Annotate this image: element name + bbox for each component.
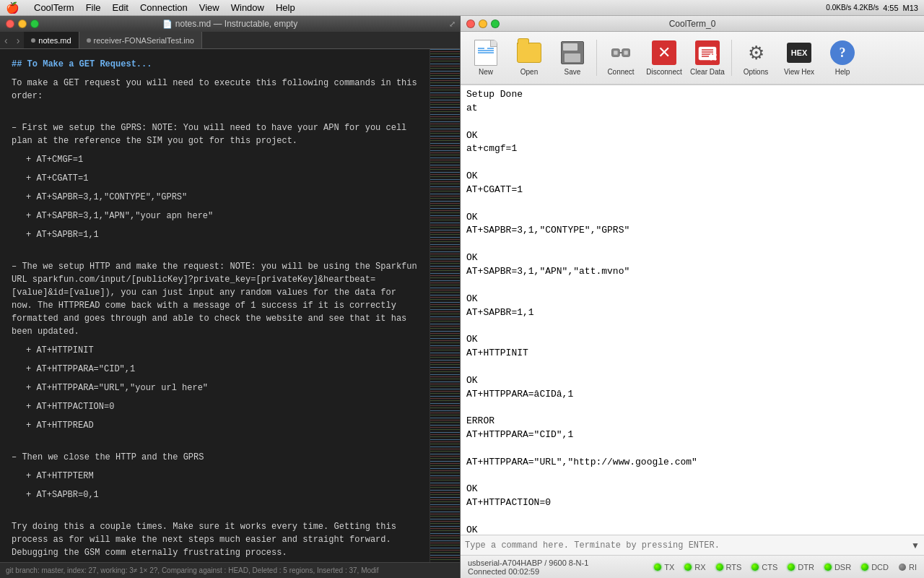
dcd-label: DCD [871,563,889,571]
terminal-output: Setup Done at OK at+cmgf=1 OK AT+CGATT=1… [461,85,924,535]
terminal-line [466,238,918,251]
editor-expand-button[interactable]: ⤢ [449,20,456,29]
cleardata-x-icon [695,40,720,65]
open-label: Open [520,68,538,76]
coolterm-minimize-button[interactable] [479,20,487,28]
new-doc-icon [474,40,497,66]
tab-notes-md[interactable]: notes.md [24,32,79,48]
editor-cmd-sapbr-close: + AT+SAPBR=0,1 [26,488,418,501]
dtr-label: DTR [798,563,814,571]
terminal-line [466,510,918,524]
options-icon: ⚙ [743,40,769,66]
tab-receiver[interactable]: receiver-FONASerialTest.ino [79,32,202,48]
options-button[interactable]: ⚙ Options [735,35,777,81]
editor-cmd-cgatt: + AT+CGATT=1 [26,172,418,185]
editor-cmd-httpread: + AT+HTTPREAD [26,419,418,432]
indicator-ri: RI [899,563,917,571]
editor-cmd-sapbr2: + AT+SAPBR=3,1,"APN","your apn here" [26,210,418,223]
toolbar-separator-2 [731,40,732,76]
dcd-led [861,564,868,571]
coolterm-close-button[interactable] [466,20,475,28]
terminal-line: AT+SAPBR=1,1 [466,306,918,320]
editor-tabs: ‹ › notes.md receiver-FONASerialTest.ino [0,32,460,49]
editor-section2-header: – The we setup HTTP and make the request… [12,260,418,338]
svg-rect-4 [624,51,627,54]
apple-menu[interactable]: 🍎 [6,1,19,14]
coolterm-titlebar: CoolTerm_0 [461,16,924,32]
menubar-right: 0.0KB/s 4.2KB/s 4:55 M13 [826,4,918,12]
editor-statusbar: git branch: master, index: 27, working: … [0,562,460,578]
connect-icon [608,40,634,66]
disconnect-button[interactable]: ✕ Disconnect [643,35,685,81]
editor-footer: Try doing this a couple times. Make sure… [12,520,418,559]
minimap-content [430,49,460,562]
open-button[interactable]: Open [508,35,550,81]
tab-dot [31,38,35,43]
terminal-line: ERROR [466,415,918,428]
editor-tab-next[interactable]: › [12,32,25,48]
menu-connection[interactable]: Connection [134,2,193,13]
viewhex-label: View Hex [784,68,814,76]
cleardata-button[interactable]: Clear Data [687,35,728,81]
coolterm-maximize-button[interactable] [491,20,500,28]
indicator-rts: RTS [716,563,742,571]
new-button[interactable]: New [465,35,507,81]
editor-close-button[interactable] [6,20,14,28]
minimap [430,49,460,562]
new-icon [473,40,499,66]
terminal-line: OK [466,293,918,306]
svg-rect-3 [614,51,617,54]
terminal-line: AT+SAPBR=3,1,"APN","att.mvno" [466,265,918,279]
coolterm-panel: CoolTerm_0 New Open [461,16,924,578]
help-label: Help [835,68,850,76]
editor-cmd-httpaction: + AT+HTTPACTION=0 [26,400,418,413]
editor-tab-prev[interactable]: ‹ [0,32,12,48]
terminal-line [466,197,918,211]
editor-maximize-button[interactable] [30,20,39,28]
rx-led [684,564,692,571]
connect-button[interactable]: Connect [600,35,642,81]
rx-label: RX [694,563,705,571]
editor-title: 📄 notes.md — Instructable, empty [162,19,297,29]
question-mark-icon: ? [830,40,855,65]
editor-cmd-sapbr1: + AT+SAPBR=3,1,"CONTYPE","GPRS" [26,191,418,204]
editor-heading: ## To Make a GET Request... [12,58,418,71]
tx-label: TX [664,563,674,571]
editor-minimize-button[interactable] [18,20,27,28]
indicator-rx: RX [684,563,705,571]
terminal-line [466,116,918,129]
status-connection-time: Connected 00:02:59 [468,567,588,576]
ri-led [899,564,906,571]
help-button[interactable]: ? Help [821,35,863,81]
editor-cmd-httppara-url: + AT+HTTPPARA="URL","your url here" [26,381,418,394]
indicator-tx: TX [654,563,674,571]
terminal-line: OK [466,170,918,184]
indicator-dsr: DSR [824,563,851,571]
menu-edit[interactable]: Edit [107,2,134,13]
terminal-line: AT+SAPBR=3,1,"CONTYPE","GPRS" [466,224,918,238]
menu-file[interactable]: File [80,2,107,13]
terminal-input-bar: ▼ [461,535,924,555]
cleardata-icon [694,40,720,66]
indicator-cts: CTS [751,563,777,571]
menu-view[interactable]: View [193,2,225,13]
terminal-command-input[interactable] [465,540,911,551]
dtr-led [788,564,795,571]
coolterm-statusbar: usbserial-A704HABP / 9600 8-N-1 Connecte… [461,555,924,578]
save-button[interactable]: Save [552,35,593,81]
menu-coolterm[interactable]: CoolTerm [28,2,80,13]
terminal-line [466,442,918,456]
terminal-line: OK [466,129,918,143]
viewhex-button[interactable]: HEX View Hex [778,35,820,81]
terminal-line: AT+HTTPACTION=0 [466,496,918,510]
editor-cmd-httpinit: + AT+HTTPINIT [26,344,418,357]
editor-panel: 📄 notes.md — Instructable, empty ⤢ ‹ › n… [0,16,461,578]
terminal-line: OK [466,211,918,225]
disconnect-label: Disconnect [646,68,681,76]
terminal-line: OK [466,483,918,496]
new-label: New [479,68,493,76]
dsr-label: DSR [834,563,851,571]
menu-window[interactable]: Window [225,2,270,13]
terminal-line: AT+HTTPPARA=âCIDâ,1 [466,388,918,402]
menu-help[interactable]: Help [270,2,301,13]
